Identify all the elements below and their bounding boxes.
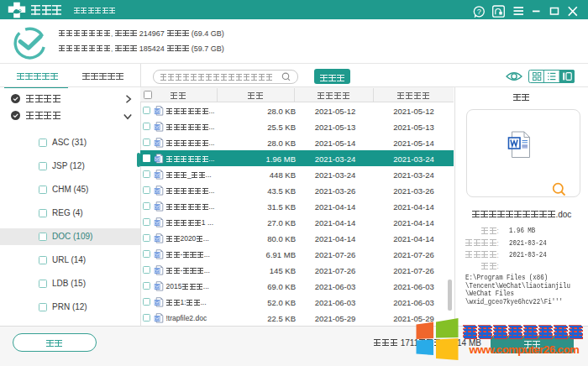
svg-text:?: ? <box>477 8 481 16</box>
